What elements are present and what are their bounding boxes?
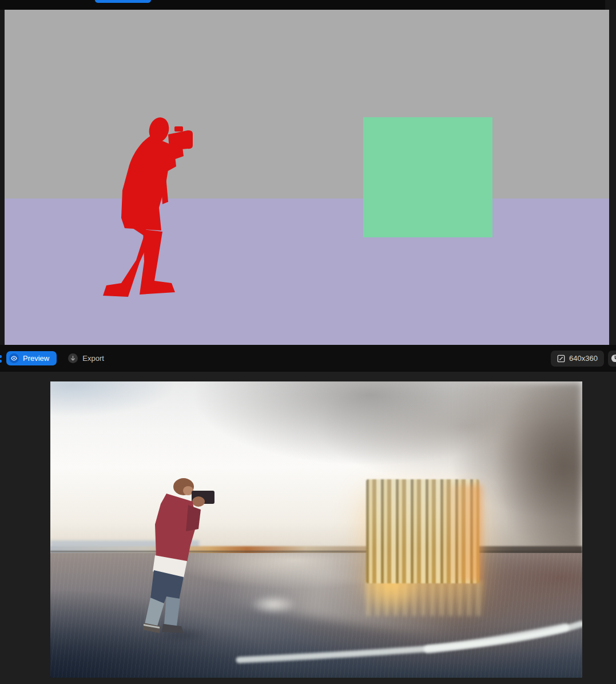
photographer-silhouette-shape xyxy=(103,116,193,297)
partial-top-button[interactable] xyxy=(95,0,151,3)
eye-icon xyxy=(9,353,19,363)
top-bar-right-panel xyxy=(605,0,616,10)
generated-preview-image xyxy=(50,381,582,678)
export-button-label: Export xyxy=(82,354,104,363)
export-button[interactable]: Export xyxy=(68,351,104,365)
canvas-row xyxy=(0,10,616,345)
clipped-left-icon[interactable] xyxy=(0,355,2,364)
dimensions-value: 640x360 xyxy=(569,354,598,363)
segmentation-canvas[interactable] xyxy=(5,10,609,345)
toolbar: Preview Export 640x360 xyxy=(0,345,616,372)
resize-icon xyxy=(557,355,565,363)
history-button[interactable] xyxy=(608,351,616,367)
sky-segment[interactable] xyxy=(5,10,609,198)
canvas-gutter-left xyxy=(0,10,5,345)
dimensions-badge[interactable]: 640x360 xyxy=(551,351,604,367)
clock-icon xyxy=(611,354,616,363)
output-area xyxy=(0,372,616,684)
download-icon xyxy=(68,353,78,363)
canvas-gutter-right xyxy=(609,10,616,345)
preview-button-label: Preview xyxy=(23,354,49,363)
photographer-silhouette-segment[interactable] xyxy=(102,116,194,298)
app-window: Preview Export 640x360 xyxy=(0,0,616,684)
top-bar xyxy=(0,0,616,10)
ground-segment[interactable] xyxy=(5,198,609,345)
generated-photographer xyxy=(144,476,221,638)
generated-road-marking xyxy=(50,381,582,678)
preview-button[interactable]: Preview xyxy=(6,351,57,365)
building-segment[interactable] xyxy=(363,117,492,237)
